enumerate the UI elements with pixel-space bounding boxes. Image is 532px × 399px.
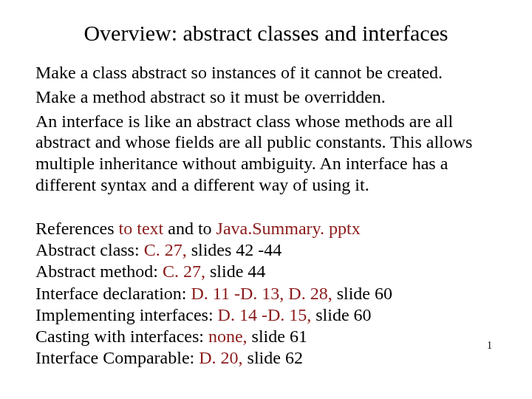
- ref-slides: slides 42 -44: [187, 240, 282, 259]
- ref-implementing-interfaces: Implementing interfaces: D. 14 -D. 15, s…: [35, 304, 497, 326]
- ref-label: Implementing interfaces:: [35, 305, 218, 324]
- body-paragraph-1: Make a class abstract so instances of it…: [35, 62, 497, 83]
- ref-label: Casting with interfaces:: [35, 327, 208, 346]
- ref-link: C. 27,: [144, 240, 187, 259]
- ref-slides: slide 62: [243, 348, 303, 367]
- ref-slides: slide 61: [248, 327, 307, 346]
- ref-interface-declaration: Interface declaration: D. 11 -D. 13, D. …: [35, 283, 497, 304]
- ref-slides: slide 60: [311, 305, 371, 324]
- ref-abstract-class: Abstract class: C. 27, slides 42 -44: [35, 239, 497, 261]
- slide-title: Overview: abstract classes and interface…: [35, 21, 497, 46]
- body-paragraph-3: An interface is like an abstract class w…: [35, 111, 497, 196]
- ref-label: Abstract method:: [35, 262, 163, 281]
- page-number: 1: [487, 340, 492, 352]
- ref-label: Abstract class:: [35, 240, 144, 259]
- ref-heading-text-d: Java.Summary. pptx: [216, 219, 361, 238]
- ref-link: D. 11 -D. 13, D. 28,: [191, 284, 332, 303]
- ref-interface-comparable: Interface Comparable: D. 20, slide 62: [35, 347, 497, 369]
- ref-label: Interface Comparable:: [35, 348, 199, 367]
- ref-slides: slide 44: [205, 262, 265, 281]
- spacer: [35, 199, 497, 218]
- ref-link: C. 27,: [163, 262, 205, 281]
- ref-heading-text-c: and to: [163, 219, 216, 238]
- body-paragraph-2: Make a method abstract so it must be ove…: [35, 86, 497, 108]
- ref-casting-interfaces: Casting with interfaces: none, slide 61: [35, 326, 497, 347]
- ref-link: D. 20,: [199, 348, 242, 367]
- ref-abstract-method: Abstract method: C. 27, slide 44: [35, 261, 497, 282]
- ref-label: Interface declaration:: [35, 284, 191, 303]
- ref-link: D. 14 -D. 15,: [218, 305, 312, 324]
- ref-heading-text-b: to text: [119, 219, 164, 238]
- slide: Overview: abstract classes and interface…: [0, 0, 532, 399]
- references-heading: References to text and to Java.Summary. …: [35, 218, 497, 239]
- ref-slides: slide 60: [332, 284, 392, 303]
- ref-link: none,: [208, 327, 248, 346]
- ref-heading-text-a: References: [35, 219, 119, 238]
